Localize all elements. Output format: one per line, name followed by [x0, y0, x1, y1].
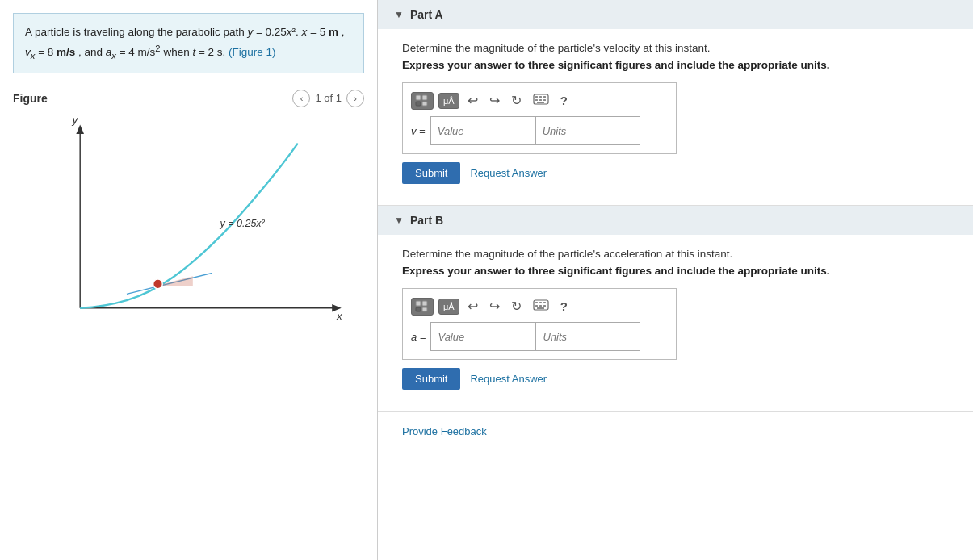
part-a-content: Determine the magnitude of the particle'… [378, 29, 973, 192]
curve-point [153, 279, 162, 289]
undo-button-b[interactable]: ↩ [464, 297, 481, 316]
part-b-description: Determine the magnitude of the particle'… [402, 248, 949, 260]
graph-area: y x y = 0.25x² [27, 114, 350, 324]
part-b-units-input[interactable] [535, 322, 640, 351]
svg-rect-9 [422, 102, 427, 106]
redo-button-a[interactable]: ↪ [486, 91, 503, 110]
figure-next-button[interactable]: › [346, 90, 364, 107]
undo-button-a[interactable]: ↩ [464, 91, 481, 110]
provide-feedback-section: Provide Feedback [378, 412, 973, 450]
svg-rect-24 [539, 302, 542, 303]
svg-rect-25 [543, 302, 546, 303]
y-axis-label: y [71, 114, 78, 126]
figure-section: Figure ‹ 1 of 1 › y x [13, 90, 364, 324]
figure-link[interactable]: (Figure 1) [229, 46, 276, 58]
part-a-input-row: v = [411, 116, 668, 145]
left-panel: A particle is traveling along the parabo… [0, 0, 378, 560]
problem-box: A particle is traveling along the parabo… [13, 13, 364, 73]
part-b-label: Part B [410, 214, 443, 227]
part-b-content: Determine the magnitude of the particle'… [378, 235, 973, 398]
part-a-request-answer-link[interactable]: Request Answer [470, 167, 547, 179]
part-b-header[interactable]: ▼ Part B [378, 206, 973, 235]
svg-rect-15 [539, 99, 542, 101]
svg-rect-27 [539, 305, 542, 307]
part-b-input-row: a = [411, 322, 668, 351]
svg-rect-7 [422, 95, 427, 100]
keyboard-button-a[interactable] [530, 92, 552, 110]
svg-rect-11 [535, 96, 538, 98]
part-a-label: Part A [410, 8, 443, 21]
part-b-value-input[interactable] [430, 322, 535, 351]
part-a-value-input[interactable] [430, 116, 535, 145]
part-a-section: ▼ Part A Determine the magnitude of the … [378, 0, 973, 206]
svg-rect-6 [416, 95, 421, 100]
part-a-chevron: ▼ [394, 9, 404, 20]
svg-rect-23 [535, 302, 538, 303]
equation-label: y = 0.25x² [219, 217, 265, 228]
figure-title: Figure [13, 92, 48, 105]
part-b-section: ▼ Part B Determine the magnitude of the … [378, 206, 973, 412]
figure-header: Figure ‹ 1 of 1 › [13, 90, 364, 107]
part-b-submit-button[interactable]: Submit [402, 368, 460, 390]
part-a-action-row: Submit Request Answer [402, 162, 949, 184]
svg-rect-13 [543, 96, 546, 98]
problem-text: A particle is traveling along the parabo… [25, 26, 345, 58]
x-axis-label: x [335, 310, 342, 322]
part-b-answer-box: μÅ ↩ ↪ ↻ [402, 288, 677, 360]
part-b-request-answer-link[interactable]: Request Answer [470, 373, 547, 385]
part-a-submit-button[interactable]: Submit [402, 162, 460, 184]
svg-rect-12 [539, 96, 542, 98]
part-b-chevron: ▼ [394, 215, 404, 226]
mu-button-a[interactable]: μÅ [438, 93, 459, 109]
matrix-button-b[interactable] [411, 298, 434, 316]
svg-rect-16 [543, 99, 546, 101]
part-b-action-row: Submit Request Answer [402, 368, 949, 390]
refresh-button-a[interactable]: ↻ [508, 91, 525, 110]
svg-rect-29 [537, 307, 544, 309]
part-b-instruction: Express your answer to three significant… [402, 265, 949, 277]
svg-rect-17 [537, 102, 544, 103]
svg-rect-8 [416, 102, 421, 106]
svg-rect-20 [416, 307, 421, 311]
figure-nav: ‹ 1 of 1 › [292, 90, 364, 107]
svg-marker-2 [76, 124, 84, 134]
part-a-variable-label: v = [411, 125, 426, 137]
part-a-toolbar: μÅ ↩ ↪ ↻ [411, 91, 668, 110]
keyboard-button-b[interactable] [530, 298, 552, 316]
part-a-description: Determine the magnitude of the particle'… [402, 42, 949, 54]
svg-rect-21 [422, 307, 427, 311]
part-b-variable-label: a = [411, 331, 426, 343]
mu-button-b[interactable]: μÅ [438, 299, 459, 315]
figure-prev-button[interactable]: ‹ [292, 90, 310, 107]
matrix-button-a[interactable] [411, 92, 434, 110]
help-button-a[interactable]: ? [557, 92, 571, 109]
part-a-instruction: Express your answer to three significant… [402, 59, 949, 71]
part-a-header[interactable]: ▼ Part A [378, 0, 973, 29]
right-panel: ▼ Part A Determine the magnitude of the … [378, 0, 973, 560]
figure-page-indicator: 1 of 1 [315, 92, 342, 104]
provide-feedback-link[interactable]: Provide Feedback [402, 425, 487, 437]
graph-svg: y x y = 0.25x² [27, 114, 350, 324]
redo-button-b[interactable]: ↪ [486, 297, 503, 316]
part-a-units-input[interactable] [535, 116, 640, 145]
svg-rect-19 [422, 301, 427, 306]
svg-rect-18 [416, 301, 421, 306]
svg-rect-26 [535, 305, 538, 307]
part-a-answer-box: μÅ ↩ ↪ ↻ [402, 82, 677, 154]
svg-rect-28 [543, 305, 546, 307]
help-button-b[interactable]: ? [557, 298, 571, 315]
part-b-toolbar: μÅ ↩ ↪ ↻ [411, 297, 668, 316]
svg-rect-14 [535, 99, 538, 101]
refresh-button-b[interactable]: ↻ [508, 297, 525, 316]
